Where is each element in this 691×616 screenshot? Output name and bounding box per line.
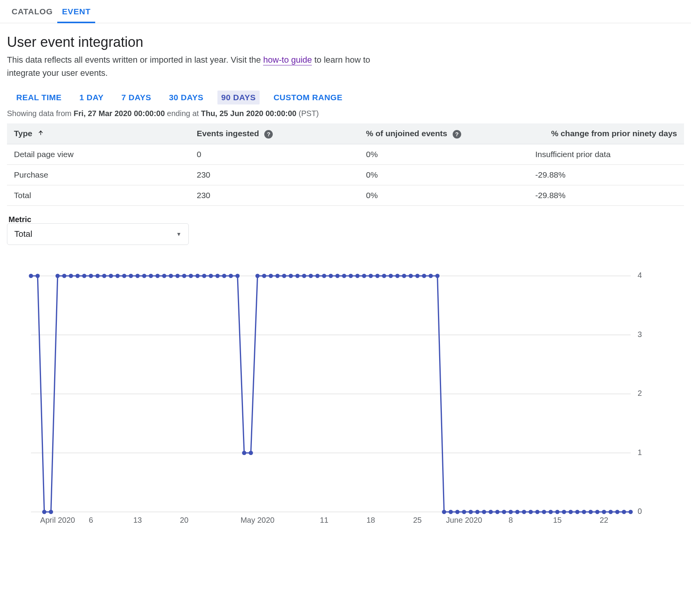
series-dot — [355, 274, 359, 278]
series-dot — [175, 274, 180, 278]
range-7-days[interactable]: 7 DAYS — [118, 91, 155, 104]
metric-block: Metric Total ▼ — [7, 215, 684, 245]
series-dot — [329, 274, 333, 278]
series-dot — [49, 510, 53, 514]
events-table: Type Events ingested ? % of unjoined eve… — [7, 123, 684, 205]
cell-pct-change: -29.88% — [529, 164, 684, 185]
series-dot — [389, 274, 393, 278]
x-tick: 18 — [366, 516, 375, 524]
series-dot — [315, 274, 320, 278]
series-dot — [595, 510, 599, 514]
col-type-label: Type — [14, 129, 32, 138]
table-row: Purchase2300%-29.88% — [7, 164, 684, 185]
series-dot — [409, 274, 413, 278]
how-to-guide-link[interactable]: how-to guide — [263, 55, 312, 65]
cell-pct-unjoined: 0% — [359, 164, 529, 185]
cell-type: Total — [7, 185, 190, 205]
series-dot — [615, 510, 619, 514]
series-dot — [195, 274, 200, 278]
table-row: Total2300%-29.88% — [7, 185, 684, 205]
range-custom-range[interactable]: CUSTOM RANGE — [270, 91, 346, 104]
series-dot — [162, 274, 166, 278]
cell-events-ingested: 0 — [190, 144, 359, 164]
series-dot — [242, 451, 246, 455]
series-dot — [129, 274, 133, 278]
series-dot — [549, 510, 553, 514]
series-dot — [369, 274, 373, 278]
range-1-day[interactable]: 1 DAY — [75, 91, 107, 104]
series-dot — [469, 510, 473, 514]
tab-catalog[interactable]: CATALOG — [7, 0, 57, 23]
col-pct-change[interactable]: % change from prior ninety days — [529, 123, 684, 144]
col-type[interactable]: Type — [7, 123, 190, 144]
series-dot — [509, 510, 513, 514]
y-tick: 3 — [638, 330, 642, 338]
series-dot — [169, 274, 173, 278]
series-dot — [275, 274, 280, 278]
x-tick: 15 — [553, 516, 561, 524]
y-tick: 2 — [638, 389, 642, 397]
showing-to: Thu, 25 Jun 2020 00:00:00 — [201, 109, 296, 118]
x-tick: 11 — [320, 516, 328, 524]
series-dot — [235, 274, 239, 278]
cell-pct-unjoined: 0% — [359, 144, 529, 164]
series-dot — [282, 274, 286, 278]
x-tick: April 2020 — [40, 516, 75, 524]
series-dot — [269, 274, 273, 278]
series-dot — [156, 274, 160, 278]
tab-event[interactable]: EVENT — [57, 0, 95, 23]
series-dot — [609, 510, 613, 514]
series-dot — [229, 274, 233, 278]
range-90-days[interactable]: 90 DAYS — [217, 91, 260, 104]
series-dot — [535, 510, 539, 514]
showing-prefix: Showing data from — [7, 109, 74, 118]
cell-events-ingested: 230 — [190, 185, 359, 205]
range-30-days[interactable]: 30 DAYS — [165, 91, 207, 104]
cell-type: Detail page view — [7, 144, 190, 164]
series-dot — [302, 274, 306, 278]
series-dot — [62, 274, 67, 278]
y-tick: 4 — [638, 272, 642, 279]
showing-data-text: Showing data from Fri, 27 Mar 2020 00:00… — [0, 108, 691, 123]
range-real-time[interactable]: REAL TIME — [12, 91, 65, 104]
showing-tz: (PST) — [296, 109, 319, 118]
metric-select[interactable]: Total ▼ — [7, 223, 189, 245]
series-dot — [202, 274, 206, 278]
metric-selected-value: Total — [14, 229, 32, 239]
col-pct-unjoined[interactable]: % of unjoined events ? — [359, 123, 529, 144]
help-icon[interactable]: ? — [264, 130, 273, 139]
col-events-ingested[interactable]: Events ingested ? — [190, 123, 359, 144]
series-dot — [382, 274, 386, 278]
series-dot — [36, 274, 40, 278]
col-events-ingested-label: Events ingested — [197, 129, 259, 138]
series-dot — [435, 274, 440, 278]
y-tick: 1 — [638, 448, 642, 456]
help-icon[interactable]: ? — [453, 130, 461, 139]
cell-pct-change: Insufficient prior data — [529, 144, 684, 164]
x-tick: 13 — [133, 516, 142, 524]
series-dot — [289, 274, 293, 278]
series-dot — [262, 274, 266, 278]
series-dot — [342, 274, 346, 278]
series-dot — [295, 274, 299, 278]
series-dot — [529, 510, 533, 514]
series-dot — [149, 274, 153, 278]
series-dot — [569, 510, 573, 514]
metric-label: Metric — [9, 215, 684, 224]
series-dot — [69, 274, 73, 278]
series-dot — [375, 274, 380, 278]
series-dot — [489, 510, 493, 514]
series-dot — [75, 274, 80, 278]
series-dot — [82, 274, 86, 278]
series-dot — [455, 510, 460, 514]
cell-pct-unjoined: 0% — [359, 185, 529, 205]
series-dot — [429, 274, 433, 278]
series-dot — [109, 274, 113, 278]
series-dot — [475, 510, 479, 514]
series-dot — [622, 510, 626, 514]
series-dot — [96, 274, 100, 278]
series-dot — [182, 274, 186, 278]
series-dot — [309, 274, 313, 278]
series-dot — [55, 274, 60, 278]
table-header-row: Type Events ingested ? % of unjoined eve… — [7, 123, 684, 144]
